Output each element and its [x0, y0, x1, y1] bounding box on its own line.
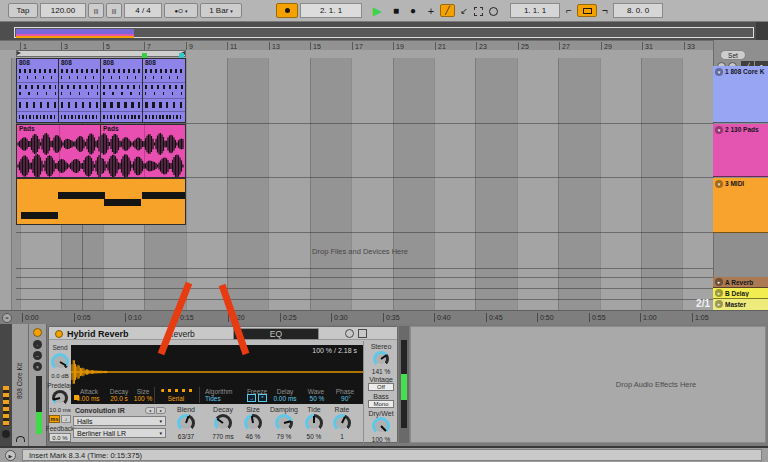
ir-next-button[interactable]: ▸ — [156, 407, 166, 414]
overview-viewport-frame[interactable] — [14, 27, 754, 38]
midi-note[interactable] — [58, 192, 105, 199]
rate-knob[interactable] — [333, 414, 351, 432]
fold-arrow-icon[interactable]: ▾ — [715, 180, 723, 188]
return-header-delay[interactable]: ▸ B Delay — [713, 288, 768, 299]
midi-note[interactable] — [142, 192, 186, 199]
stereo-knob[interactable] — [373, 351, 389, 367]
track-activator-led[interactable] — [33, 328, 42, 337]
groove-amount-button[interactable]: ●O▾ — [164, 3, 198, 18]
return-header-reverb[interactable]: ▸ A Reverb — [713, 277, 768, 288]
solo-button[interactable]: ◦ — [33, 340, 42, 349]
rate-knob-value[interactable]: 1 — [325, 433, 359, 440]
arrangement-position-field[interactable]: 2. 1. 1 — [300, 3, 362, 18]
status-play-icon[interactable]: ▶ — [5, 450, 16, 461]
tab-eq[interactable]: EQ — [233, 328, 319, 340]
device-title-bar[interactable]: Hybrid Reverb Reverb EQ — [49, 327, 397, 340]
dry-wet-value[interactable]: 100 % — [364, 436, 398, 443]
freeze-in-button[interactable]: → — [247, 394, 256, 402]
blend-value[interactable]: 63/37 — [169, 433, 203, 440]
blend-knob[interactable] — [177, 414, 195, 432]
wave-value[interactable]: 50 % — [305, 395, 329, 402]
freeze-button[interactable]: * — [258, 394, 267, 402]
selection-box-icon[interactable] — [474, 7, 483, 16]
ir-category-dropdown[interactable]: Halls▾ — [73, 416, 166, 426]
decay-value[interactable]: 20.0 s — [107, 395, 131, 402]
vintage-switch[interactable]: Off — [368, 383, 394, 391]
punch-in-icon[interactable]: ⌐ — [563, 2, 575, 19]
track-header-midi[interactable]: ▾ 3 MIDI — [713, 178, 768, 233]
ir-prev-button[interactable]: ◂ — [145, 407, 155, 414]
time-ruler[interactable]: ≈ 0:00 0:05 0:10 0:15 0:20 0:25 0:30 0:3… — [0, 310, 768, 324]
midi-clip-808[interactable]: 808 — [16, 58, 59, 123]
phase-value[interactable]: 90° — [335, 395, 357, 402]
arrangement-overview[interactable] — [0, 22, 768, 40]
reverb-display[interactable]: 100 % / 2.18 s Attack 0.00 ms Decay 20.0… — [71, 345, 363, 404]
tap-tempo-button[interactable]: Tap — [8, 3, 38, 18]
midi-clip-long[interactable] — [16, 178, 186, 225]
device-drop-zone[interactable]: Drop Audio Effects Here — [410, 326, 766, 443]
tide-knob[interactable] — [305, 414, 323, 432]
size-value[interactable]: 100 % — [131, 395, 155, 402]
feedback-field[interactable]: 0.0 % — [49, 433, 71, 442]
ir-file-dropdown[interactable]: Berliner Hall LR▾ — [73, 428, 166, 438]
nudge-down-button[interactable]: ||| — [88, 3, 104, 18]
new-midi-button[interactable]: + — [424, 2, 438, 19]
routing-selector[interactable]: Serial — [159, 395, 193, 402]
dry-wet-knob[interactable] — [372, 417, 390, 435]
play-circle-icon[interactable]: ▸ — [715, 278, 723, 286]
fold-arrow-icon[interactable]: ▾ — [715, 126, 723, 134]
track-header-pads[interactable]: ▾ 2 130 Pads — [713, 124, 768, 177]
beat-time-ruler[interactable]: 1 3 5 7 9 11 13 15 17 19 21 23 25 27 29 … — [0, 40, 768, 50]
loop-length-field[interactable]: 8. 0. 0 — [613, 3, 663, 18]
audio-clip-pads[interactable]: Pads — [100, 124, 186, 178]
stereo-value[interactable]: 141 % — [364, 368, 398, 375]
predelay-knob[interactable] — [52, 390, 68, 406]
draw-mode-button[interactable]: ╱ — [440, 4, 455, 17]
follow-scroll-icon[interactable]: ≈ — [2, 313, 12, 323]
loop-start-field[interactable]: 1. 1. 1 — [510, 3, 560, 18]
algorithm-selector[interactable]: Tides — [205, 395, 235, 402]
follow-button[interactable] — [276, 3, 298, 18]
punch-out-icon[interactable]: ¬ — [599, 2, 611, 19]
master-track-header[interactable]: ▸ Master — [713, 299, 768, 310]
set-locator-button[interactable]: Set — [720, 50, 746, 60]
arm-button[interactable]: − — [33, 351, 42, 360]
midi-note[interactable] — [21, 212, 58, 219]
device-activator-led[interactable] — [55, 330, 63, 338]
device-track-strip[interactable]: 808 Core Kit — [12, 324, 29, 446]
stop-button[interactable]: ■ — [388, 2, 404, 19]
predelay-value[interactable]: 10.0 ms — [45, 407, 75, 413]
decay-knob-value[interactable]: 770 ms — [206, 433, 240, 440]
tempo-field[interactable]: 120.00 — [40, 3, 86, 18]
size-knob[interactable] — [244, 414, 262, 432]
fold-arrow-icon[interactable]: ▾ — [715, 68, 723, 76]
damping-knob[interactable] — [275, 414, 293, 432]
monitor-button[interactable]: × — [33, 362, 42, 371]
hot-swap-icon[interactable] — [345, 329, 354, 338]
track-header-808[interactable]: ▾ 1 808 Core K — [713, 66, 768, 123]
midi-capture-icon[interactable] — [489, 7, 498, 16]
play-circle-icon[interactable]: ▸ — [715, 289, 723, 297]
time-signature-field[interactable]: 4 / 4 — [124, 3, 162, 18]
quantize-menu-button[interactable]: 1 Bar▾ — [200, 3, 242, 18]
delay-value[interactable]: 0.00 ms — [269, 395, 301, 402]
tab-reverb[interactable]: Reverb — [141, 328, 221, 340]
sync-mode-button[interactable]: ♪ — [61, 415, 71, 423]
save-preset-icon[interactable] — [358, 329, 367, 338]
bass-mono-switch[interactable]: Mono — [368, 400, 394, 408]
midi-clip-808[interactable]: 808 — [58, 58, 101, 123]
ms-mode-button[interactable]: ms — [49, 415, 60, 423]
audio-clip-pads[interactable]: Pads — [16, 124, 101, 178]
midi-clip-808[interactable]: 808 — [142, 58, 186, 123]
decay-knob[interactable] — [214, 414, 232, 432]
loop-start-handle[interactable] — [17, 51, 21, 55]
send-knob[interactable] — [51, 353, 69, 371]
record-button[interactable]: ● — [405, 2, 421, 19]
play-circle-icon[interactable]: ▸ — [715, 300, 723, 308]
nudge-up-button[interactable]: ||| — [106, 3, 122, 18]
midi-clip-808[interactable]: 808 — [100, 58, 143, 123]
play-button[interactable]: ▶ — [368, 2, 386, 19]
scrub-area[interactable] — [0, 50, 768, 58]
back-to-arrangement-icon[interactable]: ↙ — [457, 2, 471, 19]
damping-knob-value[interactable]: 79 % — [267, 433, 301, 440]
